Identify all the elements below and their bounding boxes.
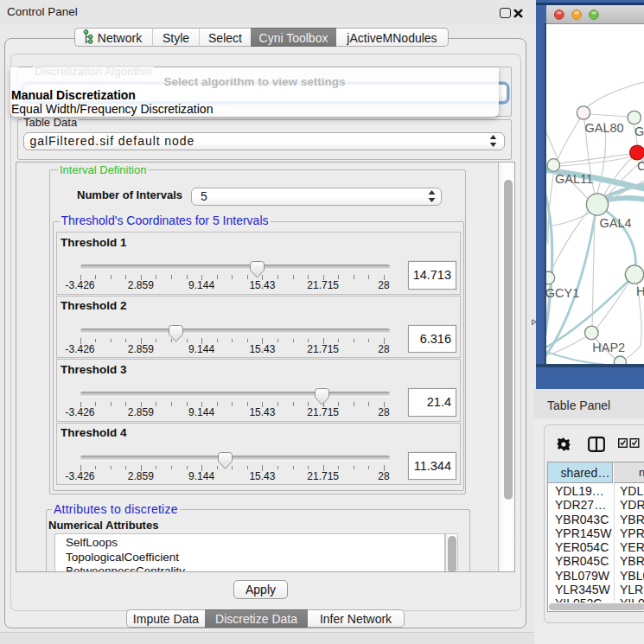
svg-text:C: C xyxy=(637,159,644,173)
svg-text:GCY1: GCY1 xyxy=(546,286,579,300)
svg-text:HA: HA xyxy=(636,284,644,298)
svg-text:HAP2: HAP2 xyxy=(592,341,625,354)
svg-text:GAL11: GAL11 xyxy=(555,172,593,186)
svg-text:GAL: GAL xyxy=(634,124,644,138)
svg-text:GAL80: GAL80 xyxy=(585,121,624,135)
svg-text:GAL4: GAL4 xyxy=(600,216,632,230)
